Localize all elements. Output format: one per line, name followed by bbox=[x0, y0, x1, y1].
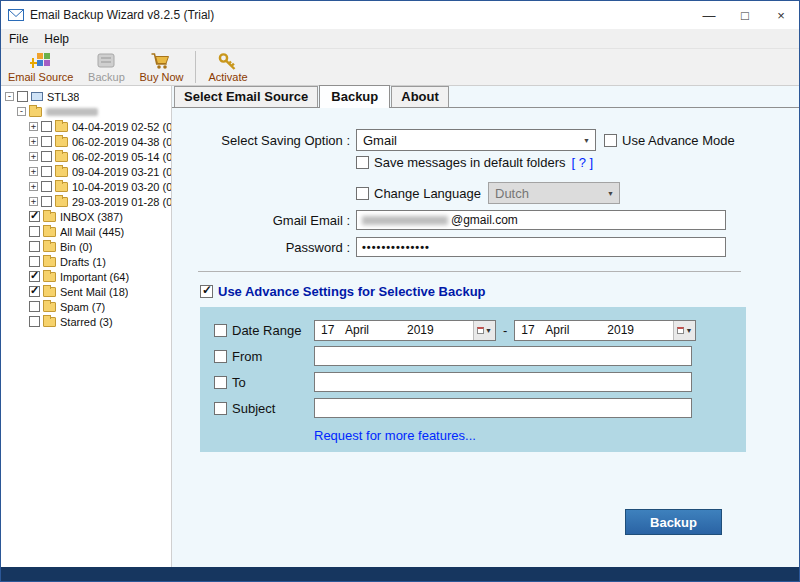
tree-item-label: 29-03-2019 01-28 (0) bbox=[72, 196, 171, 208]
checkbox-icon[interactable] bbox=[356, 187, 369, 200]
tree-checkbox[interactable] bbox=[29, 316, 40, 327]
tree-item[interactable]: Spam (7) bbox=[1, 299, 171, 314]
email-source-label: Email Source bbox=[8, 71, 73, 83]
tree-checkbox[interactable] bbox=[29, 256, 40, 267]
selective-backup-panel: Date Range 17 April 2019 ▼ - 17 April bbox=[200, 307, 746, 452]
backup-form: Select Saving Option : Gmail ▼ Use Advan… bbox=[172, 108, 799, 567]
tree-checkbox[interactable] bbox=[29, 271, 40, 282]
advance-settings-checkbox[interactable]: Use Advance Settings for Selective Backu… bbox=[200, 284, 486, 299]
checkbox-icon[interactable] bbox=[356, 156, 369, 169]
tree-item[interactable]: +10-04-2019 03-20 (0) bbox=[1, 179, 171, 194]
date-from-day[interactable]: 17 bbox=[315, 323, 345, 337]
calendar-dropdown-button[interactable]: ▼ bbox=[473, 321, 495, 340]
activate-button[interactable]: Activate bbox=[201, 49, 254, 85]
password-input[interactable]: •••••••••••••• bbox=[356, 237, 726, 257]
collapse-icon[interactable]: - bbox=[5, 92, 14, 101]
tree-checkbox[interactable] bbox=[41, 196, 52, 207]
tree-item[interactable]: -STL38 bbox=[1, 89, 171, 104]
tree-item[interactable]: INBOX (387) bbox=[1, 209, 171, 224]
tab-about[interactable]: About bbox=[391, 86, 449, 107]
folder-icon bbox=[55, 182, 68, 192]
expand-icon[interactable]: + bbox=[29, 122, 38, 131]
tree-checkbox[interactable] bbox=[41, 166, 52, 177]
buy-now-button[interactable]: Buy Now bbox=[132, 49, 190, 85]
expand-icon[interactable]: + bbox=[29, 197, 38, 206]
tree-checkbox[interactable] bbox=[41, 136, 52, 147]
to-checkbox[interactable]: To bbox=[214, 375, 314, 390]
date-range-checkbox[interactable]: Date Range bbox=[214, 323, 314, 338]
checkbox-icon[interactable] bbox=[214, 324, 227, 337]
tree-checkbox[interactable] bbox=[41, 121, 52, 132]
subject-input[interactable] bbox=[314, 398, 692, 418]
use-advance-mode-checkbox[interactable]: Use Advance Mode bbox=[604, 133, 735, 148]
tree-item[interactable]: Important (64) bbox=[1, 269, 171, 284]
date-to-year[interactable]: 2019 bbox=[607, 323, 673, 337]
tab-select-email-source[interactable]: Select Email Source bbox=[174, 86, 318, 107]
close-button[interactable]: × bbox=[763, 1, 799, 29]
save-messages-checkbox[interactable]: Save messages in default folders bbox=[356, 155, 566, 170]
tree-item[interactable]: +29-03-2019 01-28 (0) bbox=[1, 194, 171, 209]
checkbox-icon[interactable] bbox=[214, 376, 227, 389]
expand-icon[interactable]: + bbox=[29, 167, 38, 176]
tree-item[interactable]: Bin (0) bbox=[1, 239, 171, 254]
from-input[interactable] bbox=[314, 346, 692, 366]
tree-checkbox[interactable] bbox=[29, 226, 40, 237]
tree-item[interactable]: +04-04-2019 02-52 (0) bbox=[1, 119, 171, 134]
tree-checkbox[interactable] bbox=[29, 286, 40, 297]
collapse-icon[interactable]: - bbox=[17, 107, 26, 116]
maximize-button[interactable]: □ bbox=[727, 1, 763, 29]
checkbox-icon[interactable] bbox=[604, 134, 617, 147]
tree-item[interactable]: Sent Mail (18) bbox=[1, 284, 171, 299]
tree-checkbox[interactable] bbox=[29, 241, 40, 252]
date-from-year[interactable]: 2019 bbox=[407, 323, 473, 337]
more-features-link[interactable]: Request for more features... bbox=[314, 428, 746, 443]
tree-checkbox[interactable] bbox=[41, 151, 52, 162]
date-from-picker[interactable]: 17 April 2019 ▼ bbox=[314, 320, 496, 341]
date-to-day[interactable]: 17 bbox=[515, 323, 545, 337]
backup-button[interactable]: Backup bbox=[625, 509, 722, 535]
help-link[interactable]: [ ? ] bbox=[572, 155, 594, 170]
tree-checkbox[interactable] bbox=[29, 301, 40, 312]
tree-checkbox[interactable] bbox=[29, 211, 40, 222]
from-checkbox[interactable]: From bbox=[214, 349, 314, 364]
tree-checkbox[interactable] bbox=[17, 91, 28, 102]
checkbox-icon[interactable] bbox=[214, 402, 227, 415]
tree-item[interactable]: - bbox=[1, 104, 171, 119]
tree-item[interactable]: All Mail (445) bbox=[1, 224, 171, 239]
redacted-account-name bbox=[46, 108, 98, 116]
date-to-month[interactable]: April bbox=[545, 323, 607, 337]
tree-item[interactable]: +09-04-2019 03-21 (0) bbox=[1, 164, 171, 179]
tree-item[interactable]: Starred (3) bbox=[1, 314, 171, 329]
tab-backup[interactable]: Backup bbox=[319, 85, 390, 108]
tree-item-label: Drafts (1) bbox=[60, 256, 106, 268]
saving-option-select[interactable]: Gmail ▼ bbox=[356, 129, 596, 151]
menu-file[interactable]: File bbox=[1, 29, 36, 48]
save-messages-label: Save messages in default folders bbox=[374, 155, 566, 170]
menu-help[interactable]: Help bbox=[36, 29, 77, 48]
checkbox-icon[interactable] bbox=[214, 350, 227, 363]
tree-item[interactable]: +06-02-2019 05-14 (0) bbox=[1, 149, 171, 164]
calendar-icon bbox=[677, 327, 684, 334]
password-label: Password : bbox=[184, 240, 350, 255]
tree-item-label: Starred (3) bbox=[60, 316, 113, 328]
folder-icon bbox=[43, 287, 56, 297]
expand-icon[interactable]: + bbox=[29, 137, 38, 146]
subject-checkbox[interactable]: Subject bbox=[214, 401, 314, 416]
checked-checkbox-icon[interactable] bbox=[200, 285, 213, 298]
computer-icon bbox=[31, 92, 43, 101]
subject-label: Subject bbox=[232, 401, 275, 416]
minimize-button[interactable]: — bbox=[691, 1, 727, 29]
to-input[interactable] bbox=[314, 372, 692, 392]
tree-item[interactable]: Drafts (1) bbox=[1, 254, 171, 269]
tree-item[interactable]: +06-02-2019 04-38 (0) bbox=[1, 134, 171, 149]
change-language-checkbox[interactable]: Change Language bbox=[356, 186, 481, 201]
folder-icon bbox=[43, 227, 56, 237]
expand-icon[interactable]: + bbox=[29, 182, 38, 191]
gmail-email-input[interactable]: @gmail.com bbox=[356, 210, 726, 230]
expand-icon[interactable]: + bbox=[29, 152, 38, 161]
date-from-month[interactable]: April bbox=[345, 323, 407, 337]
date-to-picker[interactable]: 17 April 2019 ▼ bbox=[514, 320, 696, 341]
calendar-dropdown-button[interactable]: ▼ bbox=[673, 321, 695, 340]
email-source-button[interactable]: Email Source bbox=[1, 49, 80, 85]
tree-checkbox[interactable] bbox=[41, 181, 52, 192]
